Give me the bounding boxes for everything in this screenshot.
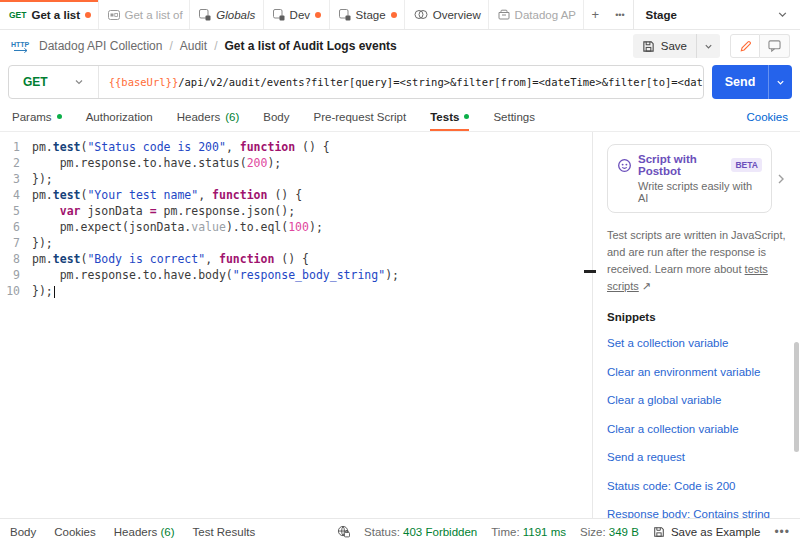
time-value: 1191 ms: [523, 526, 566, 538]
tab-tests[interactable]: Tests: [430, 102, 469, 131]
tab-body[interactable]: Body: [263, 102, 289, 131]
app-tab-stage[interactable]: Stage: [330, 0, 405, 29]
app-tab-datadog-ap[interactable]: Datadog AP: [489, 0, 584, 29]
postbot-card[interactable]: Script with Postbot BETA Write scripts e…: [607, 144, 772, 213]
line-number: 5: [0, 203, 32, 219]
tab-label: Params: [12, 111, 52, 123]
method-selector[interactable]: GET: [9, 66, 99, 98]
edit-request-button[interactable]: [730, 34, 760, 58]
code-text: pm.test("Your test name", function () {: [32, 187, 302, 203]
request-tabs: ParamsAuthorizationHeaders(6)BodyPre-req…: [0, 102, 800, 132]
response-metrics: Status: 403 Forbidden Time: 1191 ms Size…: [337, 525, 790, 539]
app-tab-overview[interactable]: Overview: [405, 0, 489, 29]
code-line[interactable]: 3});: [0, 171, 592, 187]
snippet-link[interactable]: Clear a collection variable: [607, 422, 786, 438]
environment-selector[interactable]: Stage: [633, 0, 800, 29]
tab-label: Authorization: [86, 111, 153, 123]
snippet-link[interactable]: Clear an environment variable: [607, 365, 786, 381]
code-line[interactable]: 1pm.test("Status code is 200", function …: [0, 139, 592, 155]
app-tab-dev[interactable]: Dev: [264, 0, 330, 29]
response-tab-body[interactable]: Body: [10, 526, 36, 538]
ssl-globe-lock-icon: [337, 525, 350, 538]
code-line[interactable]: 7});: [0, 235, 592, 251]
postbot-icon: [617, 158, 632, 173]
response-tab-headers[interactable]: Headers (6): [114, 526, 175, 538]
external-link-icon: ↗: [642, 280, 651, 292]
unsaved-changes-dot: [391, 12, 397, 18]
response-tab-cookies[interactable]: Cookies: [54, 526, 96, 538]
edit-comment-segment: [730, 34, 790, 58]
save-button[interactable]: Save: [633, 34, 720, 58]
snippet-link[interactable]: Response body: Contains string: [607, 507, 786, 518]
postbot-subtitle: Write scripts easily with AI: [617, 180, 762, 204]
save-as-example-label: Save as Example: [671, 526, 761, 538]
tab-settings[interactable]: Settings: [493, 102, 535, 131]
code-line[interactable]: 4pm.test("Your test name", function () {: [0, 187, 592, 203]
save-as-example-button[interactable]: Save as Example: [653, 526, 761, 538]
tab-authorization[interactable]: Authorization: [86, 102, 153, 131]
has-content-dot: [57, 114, 62, 119]
code-text: var jsonData = pm.response.json();: [32, 203, 295, 219]
snippet-link[interactable]: Send a request: [607, 450, 786, 466]
code-line[interactable]: 8pm.test("Body is correct", function () …: [0, 251, 592, 267]
code-line[interactable]: 9 pm.response.to.have.body("response_bod…: [0, 267, 592, 283]
postbot-title: Script with Postbot: [638, 153, 725, 177]
app-tab-globals[interactable]: Globals: [190, 0, 263, 29]
more-options-button[interactable]: •••: [774, 525, 790, 539]
url-input[interactable]: {{baseUrl}}/api/v2/audit/events?filter[q…: [99, 76, 703, 88]
new-tab-button[interactable]: +: [584, 0, 608, 29]
request-url-bar: GET {{baseUrl}}/api/v2/audit/events?filt…: [0, 62, 800, 102]
http-request-icon: HTTP: [10, 39, 32, 54]
breadcrumb-folder[interactable]: Audit: [180, 39, 207, 53]
code-line[interactable]: 5 var jsonData = pm.response.json();: [0, 203, 592, 219]
environment-name: Stage: [646, 9, 677, 21]
code-text: pm.test("Body is correct", function () {: [32, 251, 309, 267]
tab-options-button[interactable]: •••: [607, 0, 632, 29]
save-options-chevron[interactable]: [696, 34, 720, 58]
comments-button[interactable]: [760, 34, 790, 58]
breadcrumb-separator: /: [214, 39, 217, 53]
tab-pre-request-script[interactable]: Pre-request Script: [314, 102, 407, 131]
chevron-down-icon: [74, 77, 84, 87]
code-text: });: [32, 283, 55, 299]
example-icon: [108, 10, 120, 20]
cookies-link[interactable]: Cookies: [746, 111, 788, 123]
snippet-link[interactable]: Status code: Code is 200: [607, 479, 786, 495]
overview-icon: [414, 9, 428, 20]
response-tab-test-results[interactable]: Test Results: [193, 526, 256, 538]
response-tab-label: Test Results: [193, 526, 256, 538]
code-text: });: [32, 171, 53, 187]
tab-headers[interactable]: Headers(6): [177, 102, 240, 131]
app-tab-get-a-list[interactable]: GETGet a list: [0, 0, 99, 29]
tab-label: Stage: [356, 9, 386, 21]
status-metric[interactable]: Status: 403 Forbidden: [364, 526, 477, 538]
code-line[interactable]: 6 pm.expect(jsonData.value).to.eql(100);: [0, 219, 592, 235]
breadcrumb: HTTP Datadog API Collection / Audit / Ge…: [0, 30, 800, 62]
response-tabs: BodyCookiesHeaders (6)Test Results: [10, 526, 255, 538]
breadcrumb-collection[interactable]: Datadog API Collection: [39, 39, 162, 53]
has-content-dot: [464, 114, 469, 119]
learn-more-prefix: Learn more about: [655, 263, 745, 275]
response-status-bar: BodyCookiesHeaders (6)Test Results Statu…: [0, 518, 800, 544]
breadcrumb-request-name[interactable]: Get a list of Audit Logs events: [224, 39, 396, 53]
header-actions: Save: [633, 34, 790, 58]
response-tab-label: Cookies: [54, 526, 96, 538]
code-line[interactable]: 2 pm.response.to.have.status(200);: [0, 155, 592, 171]
code-text: pm.response.to.have.status(200);: [32, 155, 281, 171]
tab-count: (6): [225, 111, 239, 123]
send-options-chevron[interactable]: [768, 65, 792, 99]
chevron-right-icon[interactable]: [776, 173, 786, 185]
sidebar-scrollbar[interactable]: [794, 342, 799, 452]
send-button[interactable]: Send: [712, 65, 792, 99]
size-metric[interactable]: Size: 349 B: [580, 526, 639, 538]
tab-params[interactable]: Params: [12, 102, 62, 131]
line-number: 2: [0, 155, 32, 171]
code-line[interactable]: 10});: [0, 283, 592, 299]
pencil-icon: [739, 40, 752, 53]
tests-code-editor[interactable]: 1pm.test("Status code is 200", function …: [0, 132, 592, 518]
code-text: pm.response.to.have.body("response_body_…: [32, 267, 399, 283]
snippet-link[interactable]: Set a collection variable: [607, 336, 786, 352]
time-metric[interactable]: Time: 1191 ms: [491, 526, 566, 538]
snippet-link[interactable]: Clear a global variable: [607, 393, 786, 409]
app-tab-get-a-list-of[interactable]: Get a list of: [99, 0, 191, 29]
